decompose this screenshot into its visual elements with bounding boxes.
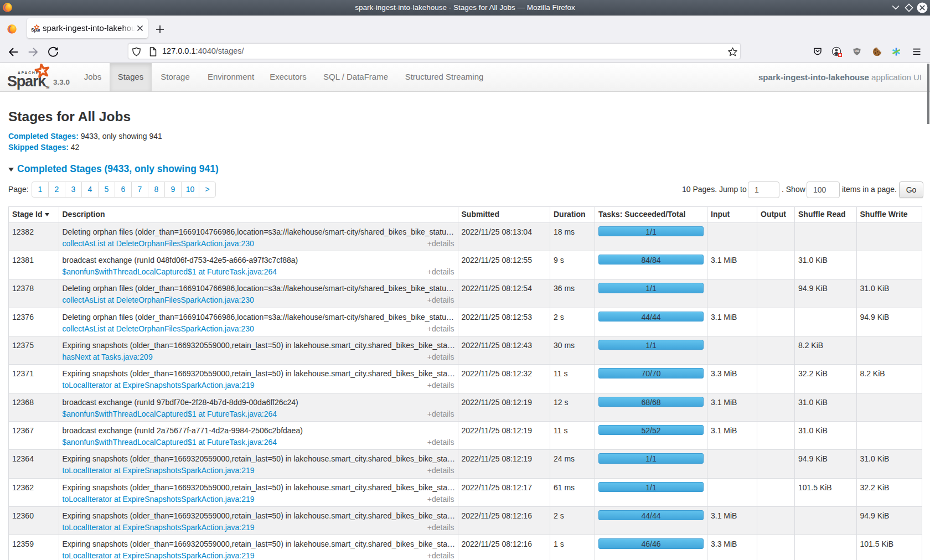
svg-text:TM: TM	[45, 86, 49, 89]
svg-text:UO: UO	[855, 49, 859, 53]
